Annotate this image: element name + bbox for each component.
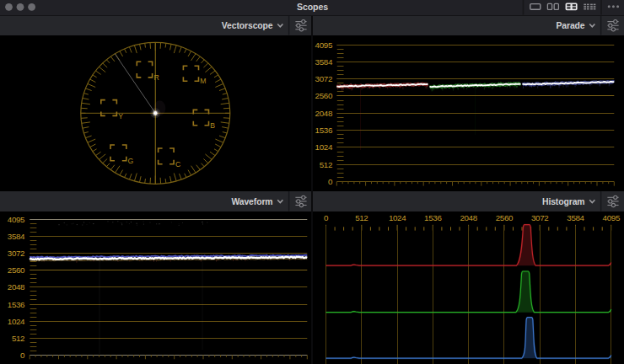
svg-text:4095: 4095 — [8, 215, 25, 224]
svg-text:512: 512 — [12, 334, 24, 343]
svg-text:2560: 2560 — [315, 91, 333, 100]
svg-text:R: R — [153, 73, 159, 82]
svg-text:1024: 1024 — [315, 142, 333, 152]
svg-text:2560: 2560 — [496, 213, 514, 222]
svg-text:4095: 4095 — [603, 213, 621, 222]
svg-text:3072: 3072 — [531, 213, 548, 222]
svg-text:1536: 1536 — [424, 213, 442, 222]
svg-text:M: M — [200, 77, 206, 85]
svg-text:2048: 2048 — [460, 213, 477, 222]
svg-text:2048: 2048 — [315, 109, 333, 118]
svg-text:Vectorscope: Vectorscope — [222, 21, 273, 30]
svg-text:0: 0 — [324, 213, 329, 222]
svg-text:G: G — [128, 157, 134, 165]
svg-text:3584: 3584 — [567, 213, 584, 222]
svg-text:Histogram: Histogram — [542, 197, 585, 206]
svg-text:Waveform: Waveform — [231, 197, 272, 206]
svg-text:0: 0 — [20, 351, 25, 360]
svg-text:1536: 1536 — [315, 126, 333, 135]
svg-text:3072: 3072 — [8, 249, 24, 258]
svg-text:3072: 3072 — [315, 74, 332, 83]
svg-text:512: 512 — [355, 213, 368, 222]
svg-text:Y: Y — [118, 112, 123, 120]
svg-text:512: 512 — [320, 160, 332, 169]
svg-text:2560: 2560 — [8, 265, 25, 275]
svg-text:1024: 1024 — [389, 213, 406, 222]
svg-text:1024: 1024 — [8, 317, 25, 326]
svg-text:Parade: Parade — [556, 21, 584, 30]
svg-text:2048: 2048 — [8, 282, 25, 292]
svg-text:B: B — [210, 121, 215, 130]
svg-text:Scopes: Scopes — [297, 2, 328, 12]
svg-text:0: 0 — [328, 177, 333, 186]
svg-text:4095: 4095 — [315, 40, 333, 50]
svg-text:C: C — [175, 160, 180, 169]
svg-text:3584: 3584 — [315, 57, 333, 67]
svg-text:3584: 3584 — [8, 232, 25, 241]
svg-text:1536: 1536 — [8, 300, 25, 309]
